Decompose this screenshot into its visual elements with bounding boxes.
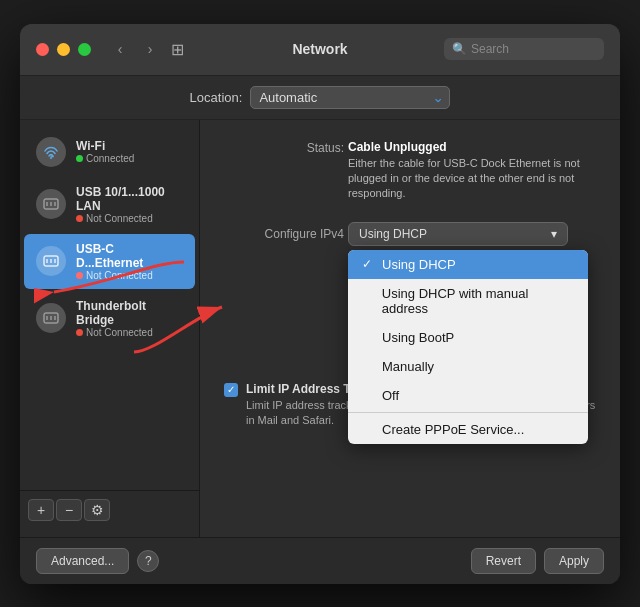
dropdown-item-off[interactable]: Off [348, 381, 588, 410]
sidebar-item-usb-lan-status: Not Connected [76, 213, 183, 224]
status-desc: Either the cable for USB-C Dock Ethernet… [348, 156, 596, 202]
advanced-button[interactable]: Advanced... [36, 548, 129, 574]
settings-network-button[interactable]: ⚙ [84, 499, 110, 521]
dropdown-divider [348, 412, 588, 413]
sidebar-item-thunderbolt-info: Thunderbolt Bridge Not Connected [76, 299, 183, 338]
sidebar-item-usbc-eth-info: USB-C D...Ethernet Not Connected [76, 242, 183, 281]
eth-icon-usbc [36, 246, 66, 276]
limit-ip-checkbox[interactable] [224, 383, 238, 397]
search-input[interactable] [471, 42, 591, 56]
status-disc-dot-lan [76, 215, 83, 222]
sidebar-item-thunderbolt[interactable]: Thunderbolt Bridge Not Connected [24, 291, 195, 346]
sidebar-item-wifi-info: Wi-Fi Connected [76, 139, 134, 164]
help-button[interactable]: ? [137, 550, 159, 572]
sidebar-item-usbc-eth-name: USB-C D...Ethernet [76, 242, 183, 270]
sidebar-item-usb-lan-name: USB 10/1...1000 LAN [76, 185, 183, 213]
traffic-lights [36, 43, 91, 56]
configure-ipv4-label: Configure IPv4 [224, 227, 344, 241]
back-button[interactable]: ‹ [107, 39, 133, 59]
location-select[interactable]: Automatic [250, 86, 450, 109]
sidebar-item-wifi-name: Wi-Fi [76, 139, 134, 153]
status-section: Status: Cable Unplugged Either the cable… [224, 140, 596, 202]
eth-icon-lan [36, 189, 66, 219]
sidebar-item-thunderbolt-status: Not Connected [76, 327, 183, 338]
sidebar-item-wifi-status: Connected [76, 153, 134, 164]
status-value: Cable Unplugged [348, 140, 596, 154]
minimize-button[interactable] [57, 43, 70, 56]
svg-point-0 [50, 157, 52, 159]
status-label: Status: [224, 140, 344, 202]
search-icon: 🔍 [452, 42, 467, 56]
dropdown-item-pppoe[interactable]: Create PPPoE Service... [348, 415, 588, 444]
sidebar-item-wifi[interactable]: Wi-Fi Connected [24, 129, 195, 175]
config-fields: Configure IPv4 Using DHCP ▾ ✓ Using DHCP [224, 222, 596, 429]
eth-icon-thunderbolt [36, 303, 66, 333]
network-window: ‹ › ⊞ Network 🔍 Location: Automatic [20, 24, 620, 584]
forward-button[interactable]: › [137, 39, 163, 59]
sidebar: Wi-Fi Connected [20, 120, 200, 537]
close-button[interactable] [36, 43, 49, 56]
search-box[interactable]: 🔍 [444, 38, 604, 60]
configure-ipv4-trigger[interactable]: Using DHCP ▾ [348, 222, 568, 246]
bottom-bar: Advanced... ? Revert Apply [20, 537, 620, 584]
configure-ipv4-dropdown-container: Using DHCP ▾ ✓ Using DHCP Using DHCP [348, 222, 596, 246]
check-icon: ✓ [360, 257, 374, 271]
dropdown-item-dhcp[interactable]: ✓ Using DHCP [348, 250, 588, 279]
remove-network-button[interactable]: − [56, 499, 82, 521]
dropdown-item-bootp[interactable]: Using BootP [348, 323, 588, 352]
sidebar-item-usbc-eth-status: Not Connected [76, 270, 183, 281]
nav-buttons: ‹ › [107, 39, 163, 59]
sidebar-item-usb-lan[interactable]: USB 10/1...1000 LAN Not Connected [24, 177, 195, 232]
apply-button[interactable]: Apply [544, 548, 604, 574]
configure-ipv4-row: Configure IPv4 Using DHCP ▾ ✓ Using DHCP [224, 222, 596, 246]
sidebar-item-thunderbolt-name: Thunderbolt Bridge [76, 299, 183, 327]
status-disc-dot-usbc [76, 272, 83, 279]
status-disc-dot-tb [76, 329, 83, 336]
detail-panel: Status: Cable Unplugged Either the cable… [200, 120, 620, 537]
sidebar-item-usb-lan-info: USB 10/1...1000 LAN Not Connected [76, 185, 183, 224]
add-network-button[interactable]: + [28, 499, 54, 521]
revert-button[interactable]: Revert [471, 548, 536, 574]
wifi-icon [36, 137, 66, 167]
dropdown-item-manually[interactable]: Manually [348, 352, 588, 381]
window-title: Network [292, 41, 347, 57]
sidebar-footer: + − ⚙ [20, 490, 199, 529]
main-content: Wi-Fi Connected [20, 120, 620, 537]
location-bar: Location: Automatic [20, 76, 620, 120]
location-wrapper: Automatic [250, 86, 450, 109]
chevron-down-icon: ▾ [551, 227, 557, 241]
grid-icon[interactable]: ⊞ [171, 40, 184, 59]
titlebar: ‹ › ⊞ Network 🔍 [20, 24, 620, 76]
location-label: Location: [190, 90, 243, 105]
maximize-button[interactable] [78, 43, 91, 56]
configure-ipv4-menu: ✓ Using DHCP Using DHCP with manual addr… [348, 250, 588, 444]
dropdown-item-dhcp-manual[interactable]: Using DHCP with manual address [348, 279, 588, 323]
status-connected-dot [76, 155, 83, 162]
sidebar-item-usbc-eth[interactable]: USB-C D...Ethernet Not Connected [24, 234, 195, 289]
